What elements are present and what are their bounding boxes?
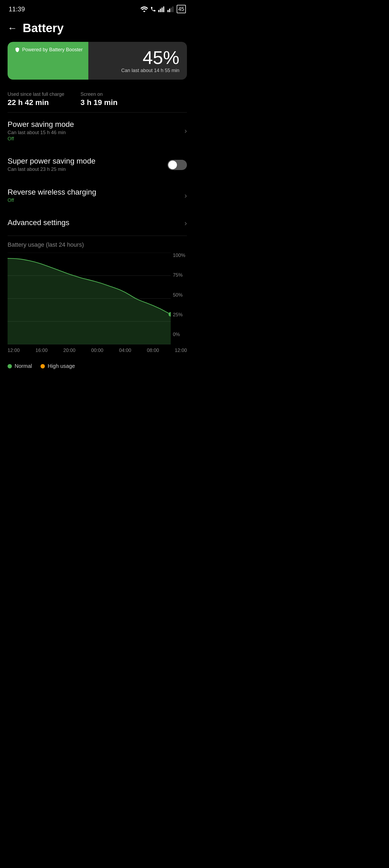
svg-rect-6: [171, 7, 172, 12]
legend-high-usage-label: High usage: [48, 363, 75, 369]
menu-item-power-saving[interactable]: Power saving mode Can last about 15 h 46…: [0, 113, 194, 149]
svg-rect-7: [172, 6, 173, 12]
battery-percent: 45%: [121, 48, 179, 67]
signal2-icon: [167, 6, 174, 12]
since-charge-label: Used since last full charge: [7, 92, 64, 97]
menu-item-sub: Can last about 15 h 46 min: [7, 130, 185, 135]
menu-item-advanced-settings[interactable]: Advanced settings ›: [0, 211, 194, 236]
battery-card: Powered by Battery Booster 45% Can last …: [7, 42, 187, 80]
chevron-icon: ›: [185, 191, 187, 200]
since-charge-stat: Used since last full charge 22 h 42 min: [7, 92, 64, 107]
status-bar: 11:39 45: [0, 0, 194, 16]
battery-chart: 100% 75% 50% 25% 0% 12:00 16:00 20:00 00…: [0, 253, 194, 359]
status-icons: 45: [140, 5, 186, 13]
chart-y-labels: 100% 75% 50% 25% 0%: [171, 253, 187, 345]
svg-rect-4: [167, 10, 169, 12]
signal-icon: [158, 6, 165, 12]
menu-item-title: Reverse wireless charging: [7, 188, 185, 196]
usage-stats: Used since last full charge 22 h 42 min …: [0, 85, 194, 112]
screen-on-label: Screen on: [81, 92, 117, 97]
chart-area: 100% 75% 50% 25% 0%: [7, 253, 187, 345]
toggle-super-power-saving[interactable]: [167, 160, 187, 170]
svg-rect-5: [169, 9, 170, 12]
chart-legend: Normal High usage: [0, 359, 194, 375]
battery-booster-badge: Powered by Battery Booster: [11, 45, 86, 54]
menu-item-reverse-wireless[interactable]: Reverse wireless charging Off ›: [0, 180, 194, 211]
svg-rect-0: [158, 10, 159, 12]
battery-info: 45% Can last about 14 h 55 min: [121, 48, 179, 73]
toggle-knob: [168, 161, 177, 169]
legend-normal: Normal: [7, 363, 32, 369]
menu-item-title: Super power saving mode: [7, 157, 167, 165]
menu-item-left: Advanced settings: [7, 218, 185, 228]
wifi-icon: [140, 6, 148, 12]
battery-indicator: 45: [177, 5, 186, 13]
legend-normal-label: Normal: [15, 363, 32, 369]
legend-dot-normal: [7, 364, 12, 368]
chart-svg: [7, 253, 171, 345]
page-title: Battery: [23, 21, 64, 35]
booster-label: Powered by Battery Booster: [22, 47, 83, 53]
chevron-icon: ›: [185, 219, 187, 227]
svg-rect-2: [162, 7, 163, 12]
call-icon: [150, 6, 156, 12]
legend-dot-high-usage: [40, 364, 45, 368]
status-time: 11:39: [9, 5, 25, 13]
toggle-switch[interactable]: [167, 160, 187, 170]
shield-icon: [15, 47, 20, 53]
page-header: ← Battery: [0, 16, 194, 39]
menu-item-status: Off: [7, 197, 185, 203]
chevron-icon: ›: [185, 127, 187, 135]
svg-rect-3: [163, 6, 164, 12]
menu-item-left: Reverse wireless charging Off: [7, 188, 185, 203]
menu-item-sub: Can last about 23 h 25 min: [7, 166, 167, 172]
menu-item-status: Off: [7, 136, 185, 142]
since-charge-value: 22 h 42 min: [7, 98, 64, 107]
menu-item-left: Power saving mode Can last about 15 h 46…: [7, 120, 185, 142]
battery-time-remaining: Can last about 14 h 55 min: [121, 68, 179, 73]
chart-x-labels: 12:00 16:00 20:00 00:00 04:00 08:00 12:0…: [7, 345, 187, 353]
legend-high-usage: High usage: [40, 363, 75, 369]
back-button[interactable]: ←: [7, 23, 17, 33]
screen-on-stat: Screen on 3 h 19 min: [81, 92, 117, 107]
svg-rect-1: [160, 9, 161, 12]
menu-item-title: Advanced settings: [7, 218, 185, 227]
menu-item-left: Super power saving mode Can last about 2…: [7, 157, 167, 173]
menu-item-title: Power saving mode: [7, 120, 185, 129]
screen-on-value: 3 h 19 min: [81, 98, 117, 107]
menu-item-super-power-saving[interactable]: Super power saving mode Can last about 2…: [0, 149, 194, 180]
chart-section-title: Battery usage (last 24 hours): [0, 236, 194, 253]
menu-items: Power saving mode Can last about 15 h 46…: [0, 113, 194, 236]
